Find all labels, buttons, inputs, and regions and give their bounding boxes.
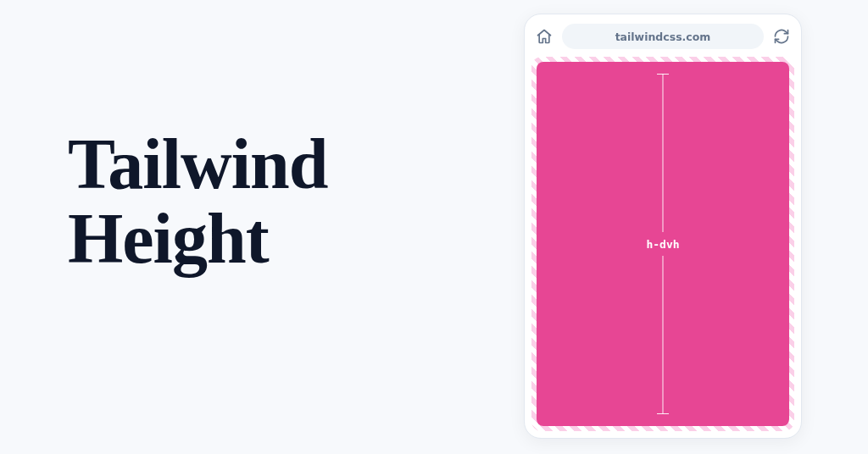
url-bar[interactable]: tailwindcss.com	[562, 24, 764, 49]
height-class-label: h-dvh	[641, 238, 684, 251]
refresh-icon[interactable]	[772, 27, 791, 46]
height-demo-box: h-dvh	[537, 62, 789, 426]
device-frame: tailwindcss.com h-dvh	[524, 14, 802, 439]
headline-line-1: Tailwind	[68, 125, 327, 203]
browser-chrome: tailwindcss.com	[531, 21, 794, 57]
headline: Tailwind Height	[68, 127, 327, 276]
striped-viewport: h-dvh	[531, 57, 794, 431]
home-icon[interactable]	[535, 27, 554, 46]
measure-line-bottom	[663, 256, 664, 414]
measure-line-top	[663, 74, 664, 232]
headline-line-2: Height	[68, 199, 269, 278]
measure-cap-bottom	[657, 413, 669, 414]
url-text: tailwindcss.com	[615, 30, 711, 43]
